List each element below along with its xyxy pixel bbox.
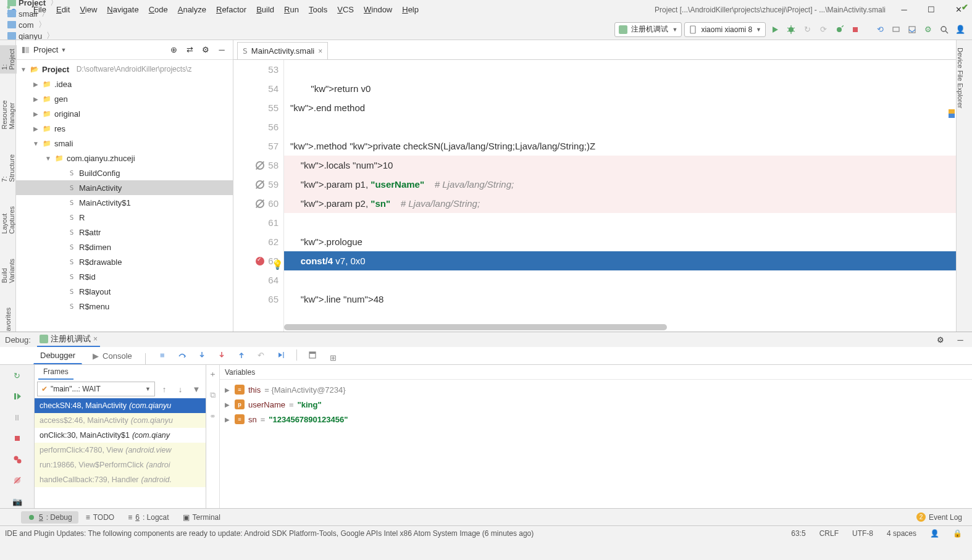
bottom-tab-eventlog[interactable]: 2Event Log — [910, 511, 968, 524]
attach-button[interactable] — [832, 23, 846, 36]
project-root[interactable]: ▼📂 Project D:\software\AndroidKiller\pro… — [16, 62, 233, 77]
frame-item[interactable]: run:19866, View$PerformClick(androi — [35, 458, 206, 472]
stop-debug-button[interactable] — [10, 432, 24, 445]
tree-node-gen[interactable]: ▶📁gen — [16, 91, 233, 106]
expand-button[interactable]: ⇄ — [183, 44, 196, 56]
code-area[interactable]: 💡 "kw">return v0"kw">.end method"kw">.me… — [284, 60, 956, 332]
project-tree[interactable]: ▼📂 Project D:\software\AndroidKiller\pro… — [16, 60, 233, 332]
console-tab[interactable]: ▶Console — [86, 347, 139, 364]
code-line-55[interactable]: "kw">.end method — [284, 98, 956, 117]
pause-button[interactable]: ⏸ — [10, 411, 24, 424]
file-encoding[interactable]: UTF-8 — [847, 529, 878, 538]
code-line-64[interactable] — [284, 270, 956, 290]
code-line-63[interactable]: const/4 v7, 0x0 — [284, 251, 956, 270]
user-button[interactable]: 👤 — [953, 23, 967, 36]
menu-window[interactable]: Window — [359, 5, 397, 14]
bottom-tab-todo[interactable]: ≡TODO — [80, 511, 120, 524]
pane-settings-button[interactable]: ⚙ — [199, 44, 212, 56]
code-line-61[interactable] — [284, 213, 956, 232]
frame-item[interactable]: checkSN:48, MainActivity(com.qianyu — [35, 398, 206, 413]
mute-breakpoints-button[interactable] — [10, 474, 24, 487]
force-step-into-button[interactable] — [215, 348, 228, 362]
tree-node-mainactivity-1[interactable]: SMainActivity$1 — [16, 195, 233, 210]
debug-button[interactable] — [784, 23, 798, 36]
var-this[interactable]: ▶≡this = {MainActivity@7234} — [220, 382, 972, 397]
horizontal-scrollbar[interactable] — [284, 324, 667, 330]
frame-list[interactable]: checkSN:48, MainActivity(com.qianyuacces… — [35, 398, 206, 508]
profile-button[interactable]: ↻ — [800, 23, 814, 36]
tree-node-r-id[interactable]: SR$id — [16, 269, 233, 284]
device-selector[interactable]: xiaomi xiaomi 8 ▼ — [684, 22, 766, 37]
thread-selector[interactable]: ✔ "main"...: WAIT ▼ — [37, 382, 155, 396]
strip-project[interactable]: 1: Project — [0, 45, 17, 73]
tree-node-r-drawable[interactable]: SR$drawable — [16, 254, 233, 269]
menu-tools[interactable]: Tools — [304, 5, 332, 14]
frame-item[interactable]: handleCallback:739, Handler(android. — [35, 472, 206, 487]
copy-button[interactable]: ⧉ — [206, 388, 220, 402]
variable-list[interactable]: ▶≡this = {MainActivity@7234}▶puserName =… — [220, 380, 972, 429]
code-line-65[interactable]: "kw">.line "num">48 — [284, 290, 956, 309]
view-breakpoints-button[interactable] — [10, 453, 24, 466]
run-config-selector[interactable]: 注册机调试 ▼ — [614, 22, 682, 37]
debugger-tab[interactable]: Debugger — [33, 347, 82, 364]
menu-help[interactable]: Help — [397, 5, 424, 14]
tree-node-r-menu[interactable]: SR$menu — [16, 299, 233, 314]
strip-resource-manager[interactable]: Resource Manager — [1, 98, 15, 129]
rerun-button[interactable]: ↻ — [10, 369, 24, 382]
frame-down-button[interactable]: ↓ — [174, 382, 187, 396]
tree-node-mainactivity[interactable]: SMainActivity — [16, 180, 233, 195]
bottom-tab-logcat[interactable]: ≡6: Logcat6: Logcat — [122, 511, 175, 524]
minimize-button[interactable]: ─ — [899, 5, 909, 15]
tree-node-smali[interactable]: ▼📁smali — [16, 136, 233, 151]
project-view-selector[interactable]: Project ▼ — [33, 45, 66, 54]
tree-node-r-attr[interactable]: SR$attr — [16, 225, 233, 240]
frame-item[interactable]: performClick:4780, View(android.view — [35, 443, 206, 458]
resume-button[interactable] — [10, 390, 24, 403]
menu-refactor[interactable]: Refactor — [211, 5, 251, 14]
menu-run[interactable]: Run — [279, 5, 304, 14]
strip-layout-captures[interactable]: Layout Captures — [1, 206, 15, 234]
step-into-button[interactable] — [195, 348, 209, 362]
hide-button[interactable]: ─ — [216, 44, 228, 56]
gutter[interactable]: 53545556575859606162636465 — [233, 60, 284, 332]
frame-item[interactable]: access$2:46, MainActivity(com.qianyu — [35, 413, 206, 428]
code-line-56[interactable] — [284, 117, 956, 136]
error-stripe[interactable] — [947, 60, 956, 332]
run-button[interactable] — [768, 23, 782, 36]
tree-node-r[interactable]: SR — [16, 210, 233, 225]
tree-node-original[interactable]: ▶📁original — [16, 106, 233, 121]
var-userName[interactable]: ▶puserName = "king" — [220, 397, 972, 412]
breadcrumb-smali[interactable]: smali〉 — [5, 8, 80, 19]
tree-node-res[interactable]: ▶📁res — [16, 121, 233, 136]
run-to-cursor-button[interactable] — [274, 348, 288, 362]
strip-favorites[interactable]: avorites — [4, 307, 12, 332]
menu-build[interactable]: Build — [251, 5, 279, 14]
sync-button[interactable]: ⟲ — [873, 23, 887, 36]
tree-node-buildconfig[interactable]: SBuildConfig — [16, 165, 233, 180]
layout-settings-button[interactable]: ⊞ — [327, 351, 340, 364]
lock-icon[interactable]: 🔒 — [948, 529, 967, 538]
evaluate-button[interactable] — [306, 348, 319, 362]
var-sn[interactable]: ▶≡sn = "1234567890123456" — [220, 412, 972, 427]
close-tab-button[interactable]: × — [318, 47, 322, 56]
hector-icon[interactable]: 👤 — [925, 529, 944, 538]
tree-node--idea[interactable]: ▶📁.idea — [16, 77, 233, 91]
breadcrumb-com[interactable]: com〉 — [5, 19, 80, 30]
code-line-57[interactable]: "kw">.method "kw">private checkSN(Ljava/… — [284, 136, 956, 156]
editor-tab-mainactivity[interactable]: S MainActivity.smali × — [237, 42, 328, 59]
drop-frame-button[interactable]: ↶ — [254, 348, 268, 362]
code-line-60[interactable]: "kw">.param p2, "sn" # Ljava/lang/String… — [284, 194, 956, 213]
bottom-tab-terminal[interactable]: ▣Terminal — [177, 511, 227, 524]
breadcrumb-project[interactable]: Project〉 — [5, 0, 80, 8]
debug-hide-button[interactable]: ─ — [953, 333, 967, 346]
menu-navigate[interactable]: Navigate — [102, 5, 143, 14]
frame-filter-button[interactable]: ▼ — [190, 382, 203, 396]
coverage-button[interactable]: ⟳ — [816, 23, 830, 36]
menu-vcs[interactable]: VCS — [332, 5, 359, 14]
screenshot-button[interactable]: 📷 — [10, 495, 24, 508]
breakpoint-icon[interactable] — [256, 257, 264, 265]
code-line-54[interactable]: "kw">return v0 — [284, 79, 956, 98]
step-out-button[interactable] — [235, 348, 248, 362]
debug-config-tab[interactable]: 注册机调试 × — [37, 332, 100, 347]
maximize-button[interactable]: ☐ — [926, 5, 936, 15]
